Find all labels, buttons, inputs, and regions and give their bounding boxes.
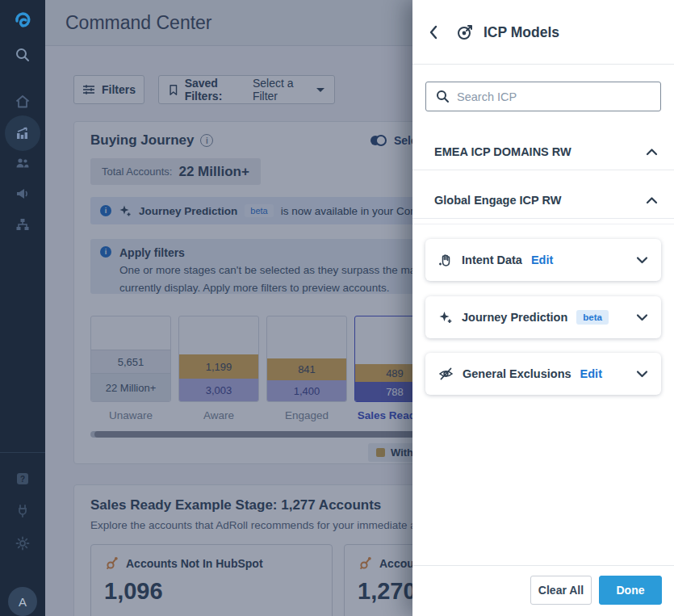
model-name: EMEA ICP DOMAINS RW bbox=[434, 145, 571, 158]
svg-text:?: ? bbox=[20, 475, 25, 484]
done-button[interactable]: Done bbox=[599, 576, 662, 605]
sidebar-hierarchy-icon[interactable] bbox=[0, 216, 45, 233]
chevron-down-icon[interactable] bbox=[636, 370, 648, 378]
sidebar-command-center-item[interactable] bbox=[0, 115, 45, 151]
intent-data-edit-link[interactable]: Edit bbox=[531, 254, 553, 266]
journey-prediction-card[interactable]: Journey Prediction beta bbox=[425, 296, 661, 338]
intent-data-card[interactable]: Intent Data Edit bbox=[425, 239, 661, 281]
chevron-down-icon[interactable] bbox=[636, 313, 648, 321]
option-label: Journey Prediction bbox=[462, 311, 567, 324]
sidebar-integrations-icon[interactable] bbox=[0, 504, 45, 518]
footer-divider bbox=[412, 565, 674, 566]
section-divider bbox=[412, 224, 674, 224]
icp-search-box[interactable] bbox=[425, 82, 661, 111]
hand-intent-icon bbox=[438, 253, 453, 267]
beta-badge: beta bbox=[576, 310, 609, 325]
chevron-up-icon[interactable] bbox=[646, 196, 658, 204]
sidebar-campaigns-icon[interactable] bbox=[0, 186, 45, 202]
general-exclusions-card[interactable]: General Exclusions Edit bbox=[425, 353, 661, 395]
sidebar-audiences-icon[interactable] bbox=[0, 155, 45, 171]
dim-overlay[interactable] bbox=[45, 0, 412, 616]
panel-header: ICP Models bbox=[412, 0, 674, 65]
user-avatar[interactable]: A bbox=[8, 587, 37, 616]
option-label: General Exclusions bbox=[463, 367, 571, 380]
sparkles-icon bbox=[438, 310, 453, 325]
sidebar-help-icon[interactable]: ? bbox=[0, 471, 45, 486]
chevron-left-icon bbox=[429, 24, 438, 40]
sidebar-home-icon[interactable] bbox=[0, 94, 45, 110]
icp-models-panel: ICP Models EMEA ICP DOMAINS RW Global En… bbox=[412, 0, 674, 616]
chevron-down-icon[interactable] bbox=[636, 256, 648, 264]
icp-search-input[interactable] bbox=[457, 90, 651, 103]
model-name: Global Engage ICP RW bbox=[434, 194, 561, 207]
panel-title: ICP Models bbox=[484, 24, 559, 41]
chevron-up-icon[interactable] bbox=[646, 148, 658, 156]
option-label: Intent Data bbox=[462, 254, 522, 266]
eye-off-icon bbox=[438, 367, 454, 381]
back-button[interactable] bbox=[429, 24, 445, 40]
active-item-ring bbox=[5, 115, 40, 151]
sidebar-divider bbox=[0, 452, 45, 453]
sidebar-settings-icon[interactable] bbox=[0, 536, 45, 551]
general-exclusions-edit-link[interactable]: Edit bbox=[580, 367, 602, 380]
icp-target-icon bbox=[456, 23, 474, 41]
rollworks-logo-icon[interactable] bbox=[0, 10, 45, 29]
icp-model-emea[interactable]: EMEA ICP DOMAINS RW bbox=[412, 133, 674, 170]
sidebar-search-icon[interactable] bbox=[0, 47, 45, 63]
clear-all-button[interactable]: Clear All bbox=[530, 576, 592, 605]
search-icon bbox=[436, 90, 450, 103]
sidebar-nav: ? A bbox=[0, 0, 45, 616]
icp-model-global-engage[interactable]: Global Engage ICP RW bbox=[412, 182, 674, 219]
